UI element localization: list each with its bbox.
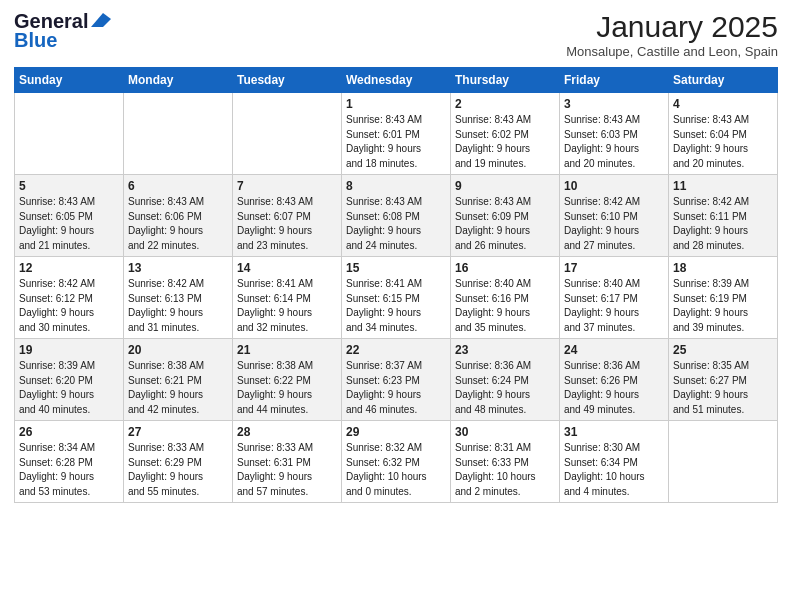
calendar-cell: 16Sunrise: 8:40 AM Sunset: 6:16 PM Dayli…: [451, 257, 560, 339]
week-row-2: 12Sunrise: 8:42 AM Sunset: 6:12 PM Dayli…: [15, 257, 778, 339]
col-header-friday: Friday: [560, 68, 669, 93]
col-header-wednesday: Wednesday: [342, 68, 451, 93]
day-info: Sunrise: 8:36 AM Sunset: 6:26 PM Dayligh…: [564, 359, 664, 417]
week-row-0: 1Sunrise: 8:43 AM Sunset: 6:01 PM Daylig…: [15, 93, 778, 175]
calendar-cell: 9Sunrise: 8:43 AM Sunset: 6:09 PM Daylig…: [451, 175, 560, 257]
day-number: 18: [673, 261, 773, 275]
calendar-cell: 22Sunrise: 8:37 AM Sunset: 6:23 PM Dayli…: [342, 339, 451, 421]
day-number: 7: [237, 179, 337, 193]
calendar-cell: 31Sunrise: 8:30 AM Sunset: 6:34 PM Dayli…: [560, 421, 669, 503]
day-info: Sunrise: 8:43 AM Sunset: 6:06 PM Dayligh…: [128, 195, 228, 253]
calendar-cell: 10Sunrise: 8:42 AM Sunset: 6:10 PM Dayli…: [560, 175, 669, 257]
day-info: Sunrise: 8:38 AM Sunset: 6:22 PM Dayligh…: [237, 359, 337, 417]
calendar-cell: 29Sunrise: 8:32 AM Sunset: 6:32 PM Dayli…: [342, 421, 451, 503]
day-number: 13: [128, 261, 228, 275]
day-number: 2: [455, 97, 555, 111]
calendar-cell: [233, 93, 342, 175]
col-header-tuesday: Tuesday: [233, 68, 342, 93]
calendar-table: SundayMondayTuesdayWednesdayThursdayFrid…: [14, 67, 778, 503]
logo-icon: [91, 13, 111, 27]
month-year: January 2025: [566, 10, 778, 44]
calendar-cell: 19Sunrise: 8:39 AM Sunset: 6:20 PM Dayli…: [15, 339, 124, 421]
day-number: 17: [564, 261, 664, 275]
day-info: Sunrise: 8:38 AM Sunset: 6:21 PM Dayligh…: [128, 359, 228, 417]
calendar-cell: 5Sunrise: 8:43 AM Sunset: 6:05 PM Daylig…: [15, 175, 124, 257]
logo: General Blue: [14, 10, 111, 52]
col-header-sunday: Sunday: [15, 68, 124, 93]
day-info: Sunrise: 8:41 AM Sunset: 6:14 PM Dayligh…: [237, 277, 337, 335]
day-info: Sunrise: 8:33 AM Sunset: 6:29 PM Dayligh…: [128, 441, 228, 499]
calendar-cell: 6Sunrise: 8:43 AM Sunset: 6:06 PM Daylig…: [124, 175, 233, 257]
day-info: Sunrise: 8:43 AM Sunset: 6:07 PM Dayligh…: [237, 195, 337, 253]
day-number: 10: [564, 179, 664, 193]
day-number: 9: [455, 179, 555, 193]
day-info: Sunrise: 8:42 AM Sunset: 6:11 PM Dayligh…: [673, 195, 773, 253]
day-number: 21: [237, 343, 337, 357]
day-info: Sunrise: 8:32 AM Sunset: 6:32 PM Dayligh…: [346, 441, 446, 499]
calendar-cell: 17Sunrise: 8:40 AM Sunset: 6:17 PM Dayli…: [560, 257, 669, 339]
day-number: 24: [564, 343, 664, 357]
day-number: 26: [19, 425, 119, 439]
calendar-cell: 20Sunrise: 8:38 AM Sunset: 6:21 PM Dayli…: [124, 339, 233, 421]
calendar-cell: 15Sunrise: 8:41 AM Sunset: 6:15 PM Dayli…: [342, 257, 451, 339]
calendar-cell: 11Sunrise: 8:42 AM Sunset: 6:11 PM Dayli…: [669, 175, 778, 257]
calendar-cell: [124, 93, 233, 175]
day-number: 14: [237, 261, 337, 275]
day-info: Sunrise: 8:43 AM Sunset: 6:09 PM Dayligh…: [455, 195, 555, 253]
calendar-cell: 3Sunrise: 8:43 AM Sunset: 6:03 PM Daylig…: [560, 93, 669, 175]
calendar-cell: 18Sunrise: 8:39 AM Sunset: 6:19 PM Dayli…: [669, 257, 778, 339]
day-info: Sunrise: 8:43 AM Sunset: 6:02 PM Dayligh…: [455, 113, 555, 171]
day-info: Sunrise: 8:43 AM Sunset: 6:01 PM Dayligh…: [346, 113, 446, 171]
week-row-1: 5Sunrise: 8:43 AM Sunset: 6:05 PM Daylig…: [15, 175, 778, 257]
day-number: 23: [455, 343, 555, 357]
calendar-cell: 27Sunrise: 8:33 AM Sunset: 6:29 PM Dayli…: [124, 421, 233, 503]
calendar-cell: [669, 421, 778, 503]
day-number: 20: [128, 343, 228, 357]
calendar-cell: 1Sunrise: 8:43 AM Sunset: 6:01 PM Daylig…: [342, 93, 451, 175]
day-number: 3: [564, 97, 664, 111]
day-info: Sunrise: 8:41 AM Sunset: 6:15 PM Dayligh…: [346, 277, 446, 335]
day-number: 5: [19, 179, 119, 193]
calendar-cell: 7Sunrise: 8:43 AM Sunset: 6:07 PM Daylig…: [233, 175, 342, 257]
day-number: 22: [346, 343, 446, 357]
day-number: 11: [673, 179, 773, 193]
calendar-cell: 14Sunrise: 8:41 AM Sunset: 6:14 PM Dayli…: [233, 257, 342, 339]
day-info: Sunrise: 8:37 AM Sunset: 6:23 PM Dayligh…: [346, 359, 446, 417]
day-number: 31: [564, 425, 664, 439]
calendar-cell: [15, 93, 124, 175]
calendar-cell: 12Sunrise: 8:42 AM Sunset: 6:12 PM Dayli…: [15, 257, 124, 339]
title-block: January 2025 Monsalupe, Castille and Leo…: [566, 10, 778, 59]
day-number: 29: [346, 425, 446, 439]
day-info: Sunrise: 8:43 AM Sunset: 6:03 PM Dayligh…: [564, 113, 664, 171]
col-header-monday: Monday: [124, 68, 233, 93]
calendar-cell: 25Sunrise: 8:35 AM Sunset: 6:27 PM Dayli…: [669, 339, 778, 421]
day-number: 28: [237, 425, 337, 439]
day-number: 12: [19, 261, 119, 275]
calendar-cell: 28Sunrise: 8:33 AM Sunset: 6:31 PM Dayli…: [233, 421, 342, 503]
day-number: 15: [346, 261, 446, 275]
day-info: Sunrise: 8:43 AM Sunset: 6:04 PM Dayligh…: [673, 113, 773, 171]
calendar-cell: 2Sunrise: 8:43 AM Sunset: 6:02 PM Daylig…: [451, 93, 560, 175]
week-row-3: 19Sunrise: 8:39 AM Sunset: 6:20 PM Dayli…: [15, 339, 778, 421]
col-header-thursday: Thursday: [451, 68, 560, 93]
day-number: 19: [19, 343, 119, 357]
day-number: 16: [455, 261, 555, 275]
day-info: Sunrise: 8:36 AM Sunset: 6:24 PM Dayligh…: [455, 359, 555, 417]
day-info: Sunrise: 8:39 AM Sunset: 6:19 PM Dayligh…: [673, 277, 773, 335]
day-number: 25: [673, 343, 773, 357]
day-info: Sunrise: 8:42 AM Sunset: 6:13 PM Dayligh…: [128, 277, 228, 335]
day-number: 27: [128, 425, 228, 439]
calendar-cell: 26Sunrise: 8:34 AM Sunset: 6:28 PM Dayli…: [15, 421, 124, 503]
calendar-cell: 4Sunrise: 8:43 AM Sunset: 6:04 PM Daylig…: [669, 93, 778, 175]
day-number: 6: [128, 179, 228, 193]
header-row: SundayMondayTuesdayWednesdayThursdayFrid…: [15, 68, 778, 93]
day-number: 4: [673, 97, 773, 111]
day-info: Sunrise: 8:42 AM Sunset: 6:10 PM Dayligh…: [564, 195, 664, 253]
calendar-cell: 8Sunrise: 8:43 AM Sunset: 6:08 PM Daylig…: [342, 175, 451, 257]
day-info: Sunrise: 8:30 AM Sunset: 6:34 PM Dayligh…: [564, 441, 664, 499]
day-number: 1: [346, 97, 446, 111]
day-info: Sunrise: 8:34 AM Sunset: 6:28 PM Dayligh…: [19, 441, 119, 499]
day-info: Sunrise: 8:40 AM Sunset: 6:16 PM Dayligh…: [455, 277, 555, 335]
calendar-cell: 13Sunrise: 8:42 AM Sunset: 6:13 PM Dayli…: [124, 257, 233, 339]
col-header-saturday: Saturday: [669, 68, 778, 93]
